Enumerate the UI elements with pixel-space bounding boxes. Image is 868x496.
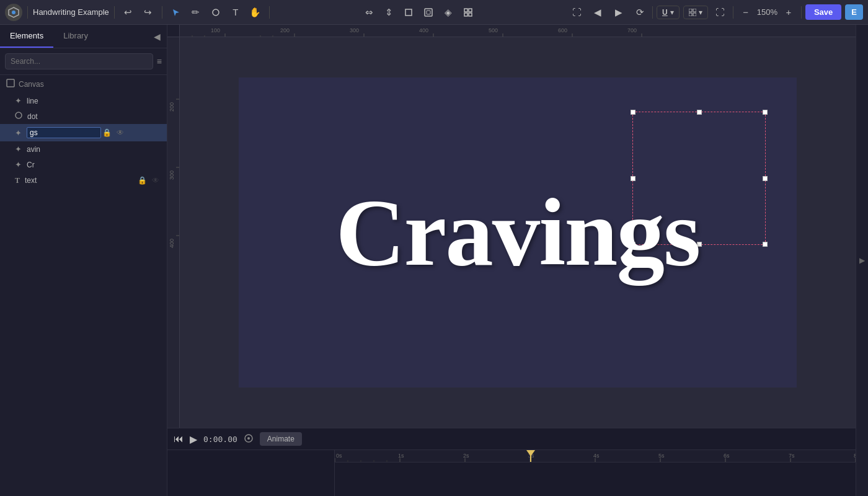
text-tool-button[interactable]: T (227, 4, 244, 21)
divider-1 (27, 6, 28, 19)
underline-label: U (662, 8, 668, 17)
svg-text:400: 400 (169, 239, 175, 248)
handle-tl[interactable] (631, 110, 636, 115)
svg-text:0s: 0s (336, 453, 342, 459)
svg-rect-13 (693, 13, 696, 16)
panel-tabs: Elements Library ◀ (0, 25, 167, 48)
layer-item-text[interactable]: T text 🔒 👁 (0, 172, 167, 188)
svg-text:200: 200 (169, 102, 175, 112)
select-tool-button[interactable] (167, 4, 185, 21)
group-button[interactable] (459, 4, 477, 21)
tab-elements[interactable]: Elements (0, 25, 53, 48)
save-button[interactable]: Save (805, 4, 841, 20)
skip-start-button[interactable]: ⏮ (174, 433, 184, 445)
playhead-line[interactable] (530, 450, 531, 463)
layer-actions-text: 🔒 👁 (136, 175, 161, 185)
timeline-body: 0s 1s 2s 3s 4s 5s 6s (167, 450, 856, 496)
right-controls: ⛶ ◀ ▶ ⟳ U ▾ ▾ ⛶ − 150% + Save E (568, 4, 863, 21)
grid-button[interactable]: ▾ (683, 6, 708, 19)
layer-hide-button-text[interactable]: 👁 (151, 175, 161, 185)
svg-text:200: 200 (280, 27, 290, 33)
handle-tm[interactable] (697, 110, 702, 115)
main-content: Elements Library ◀ ≡ Canvas ✦ line (0, 25, 868, 496)
tab-library[interactable]: Library (53, 25, 98, 48)
timeline-settings-button[interactable] (244, 433, 254, 445)
svg-text:400: 400 (419, 27, 428, 33)
svg-text:700: 700 (627, 27, 637, 33)
ruler-horizontal: 100 200 300 400 500 600 700 (180, 25, 856, 37)
svg-point-15 (16, 112, 22, 118)
layer-item-line[interactable]: ✦ line (0, 93, 167, 108)
layer-name-input-gs[interactable] (27, 127, 101, 138)
export-button[interactable]: E (845, 4, 863, 20)
layer-name-dot: dot (27, 112, 161, 121)
fullscreen-button[interactable]: ⛶ (568, 4, 585, 21)
animate-button[interactable]: Animate (260, 432, 302, 446)
crop-button[interactable] (400, 4, 417, 21)
handle-tr[interactable] (763, 110, 768, 115)
sort-button[interactable]: ≡ (157, 56, 162, 66)
layer-visibility-button-gs[interactable]: 👁 (115, 128, 125, 138)
canvas-group-header[interactable]: Canvas (0, 75, 167, 93)
layer-icon-dot (15, 112, 22, 121)
app-logo[interactable] (5, 4, 22, 21)
frame-button[interactable] (420, 4, 437, 21)
layer-name-avin: avin (27, 145, 161, 154)
layer-item-gs[interactable]: ✦ 🔒 👁 (0, 124, 167, 141)
layer-item-cr[interactable]: ✦ Cr (0, 157, 167, 172)
divider-5 (652, 6, 653, 19)
redo-button[interactable]: ↪ (140, 4, 157, 21)
canvas-area: 100 200 300 400 500 600 700 (167, 25, 856, 428)
align-left-button[interactable]: ⇔ (360, 4, 378, 21)
undo-button[interactable]: ↩ (120, 4, 137, 21)
svg-point-2 (213, 9, 219, 16)
canvas-content[interactable]: Cravings (180, 37, 856, 428)
align-center-button[interactable]: ⇕ (380, 4, 397, 21)
svg-text:100: 100 (211, 27, 220, 33)
svg-text:300: 300 (350, 27, 359, 33)
layer-lock-button-gs[interactable]: 🔒 (101, 128, 113, 138)
play-button[interactable]: ▶ (190, 433, 197, 445)
center-tools: ⇔ ⇕ ◈ (275, 4, 563, 21)
hand-tool-button[interactable]: ✋ (247, 4, 264, 21)
svg-text:600: 600 (558, 27, 567, 33)
svg-text:5s: 5s (658, 453, 665, 459)
handle-rm[interactable] (763, 176, 768, 181)
layer-item-avin[interactable]: ✦ avin (0, 141, 167, 157)
underline-button[interactable]: U ▾ (657, 6, 680, 19)
svg-rect-11 (693, 9, 696, 12)
playhead-handle[interactable] (526, 450, 535, 456)
zoom-in-button[interactable]: + (780, 4, 797, 21)
expand-button[interactable]: ⛶ (712, 4, 729, 21)
layer-actions-gs: 🔒 👁 (101, 128, 125, 138)
time-display: 0:00.00 (203, 435, 237, 444)
right-panel-arrow[interactable]: ▶ (856, 25, 868, 496)
svg-rect-4 (425, 9, 432, 16)
search-input[interactable] (5, 53, 153, 69)
mask-button[interactable]: ◈ (440, 4, 457, 21)
grid-chevron: ▾ (699, 8, 702, 17)
canvas-label: Canvas (19, 80, 44, 89)
layer-icon-text: T (15, 176, 20, 185)
divider-6 (733, 6, 733, 19)
svg-rect-6 (464, 9, 467, 12)
handle-br[interactable] (763, 242, 768, 247)
svg-text:1s: 1s (398, 453, 404, 459)
shape-tool-button[interactable] (207, 4, 224, 21)
svg-text:8s: 8s (854, 453, 856, 459)
layer-item-dot[interactable]: dot (0, 108, 167, 124)
top-bar: Handwriting Example ↩ ↪ ✏ T ✋ ⇔ ⇕ ◈ (0, 0, 868, 25)
prev-frame-button[interactable]: ◀ (589, 4, 606, 21)
zoom-out-button[interactable]: − (737, 4, 755, 21)
collapse-panel-button[interactable]: ◀ (148, 28, 167, 45)
next-frame-button[interactable]: ▶ (610, 4, 627, 21)
svg-rect-3 (405, 9, 412, 16)
divider-4 (269, 6, 270, 19)
pen-tool-button[interactable]: ✏ (187, 4, 205, 21)
svg-rect-5 (427, 11, 430, 14)
canvas-frame[interactable]: Cravings (239, 78, 797, 388)
rewind-button[interactable]: ⟳ (631, 4, 649, 21)
canvas-icon (6, 79, 15, 89)
layer-lock-button-text[interactable]: 🔒 (136, 175, 148, 185)
svg-text:4s: 4s (593, 453, 600, 459)
